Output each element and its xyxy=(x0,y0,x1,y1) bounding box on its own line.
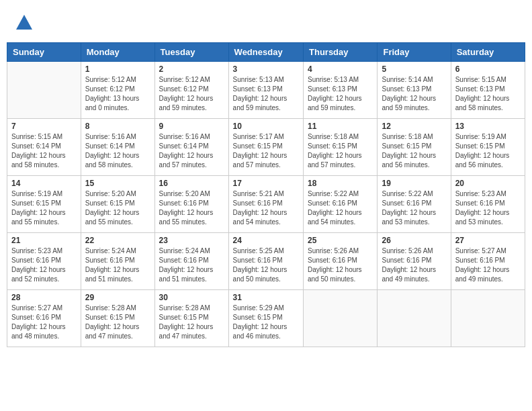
day-number: 17 xyxy=(233,179,299,188)
calendar-cell: 25Sunrise: 5:26 AM Sunset: 6:16 PM Dayli… xyxy=(304,233,378,290)
day-number: 10 xyxy=(233,122,299,131)
calendar-week-5: 28Sunrise: 5:27 AM Sunset: 6:16 PM Dayli… xyxy=(7,290,525,347)
col-header-thursday: Thursday xyxy=(304,43,378,62)
calendar-week-1: 1Sunrise: 5:12 AM Sunset: 6:12 PM Daylig… xyxy=(7,62,525,119)
day-number: 1 xyxy=(85,64,150,74)
calendar-cell: 8Sunrise: 5:16 AM Sunset: 6:14 PM Daylig… xyxy=(81,119,154,176)
day-info: Sunrise: 5:16 AM Sunset: 6:14 PM Dayligh… xyxy=(85,132,150,170)
day-number: 3 xyxy=(233,64,299,74)
day-number: 2 xyxy=(159,64,224,74)
calendar-cell: 17Sunrise: 5:21 AM Sunset: 6:16 PM Dayli… xyxy=(228,176,303,233)
day-info: Sunrise: 5:18 AM Sunset: 6:15 PM Dayligh… xyxy=(308,132,373,170)
day-number: 23 xyxy=(159,236,224,245)
calendar-cell: 11Sunrise: 5:18 AM Sunset: 6:15 PM Dayli… xyxy=(304,119,378,176)
calendar-cell: 16Sunrise: 5:20 AM Sunset: 6:16 PM Dayli… xyxy=(154,176,228,233)
day-info: Sunrise: 5:12 AM Sunset: 6:12 PM Dayligh… xyxy=(85,75,150,113)
calendar-week-4: 21Sunrise: 5:23 AM Sunset: 6:16 PM Dayli… xyxy=(7,233,525,290)
col-header-sunday: Sunday xyxy=(7,43,81,62)
calendar-cell: 10Sunrise: 5:17 AM Sunset: 6:15 PM Dayli… xyxy=(228,119,303,176)
calendar-cell: 1Sunrise: 5:12 AM Sunset: 6:12 PM Daylig… xyxy=(81,62,154,119)
day-info: Sunrise: 5:28 AM Sunset: 6:15 PM Dayligh… xyxy=(159,304,224,341)
day-number: 4 xyxy=(308,64,373,74)
calendar-cell: 18Sunrise: 5:22 AM Sunset: 6:16 PM Dayli… xyxy=(304,176,378,233)
calendar-week-3: 14Sunrise: 5:19 AM Sunset: 6:15 PM Dayli… xyxy=(7,176,525,233)
day-number: 5 xyxy=(382,64,446,74)
calendar-cell xyxy=(451,290,525,347)
calendar-cell: 29Sunrise: 5:28 AM Sunset: 6:15 PM Dayli… xyxy=(81,290,154,347)
day-number: 22 xyxy=(85,236,150,245)
day-number: 21 xyxy=(11,236,77,245)
calendar-cell: 23Sunrise: 5:24 AM Sunset: 6:16 PM Dayli… xyxy=(154,233,228,290)
day-info: Sunrise: 5:22 AM Sunset: 6:16 PM Dayligh… xyxy=(308,189,373,227)
day-number: 16 xyxy=(159,179,224,188)
calendar-cell xyxy=(7,62,81,119)
day-info: Sunrise: 5:19 AM Sunset: 6:15 PM Dayligh… xyxy=(11,189,77,227)
day-info: Sunrise: 5:20 AM Sunset: 6:16 PM Dayligh… xyxy=(159,189,224,227)
day-number: 20 xyxy=(455,179,521,188)
day-info: Sunrise: 5:12 AM Sunset: 6:12 PM Dayligh… xyxy=(159,75,224,113)
day-number: 27 xyxy=(455,236,521,245)
calendar-week-2: 7Sunrise: 5:15 AM Sunset: 6:14 PM Daylig… xyxy=(7,119,525,176)
day-info: Sunrise: 5:20 AM Sunset: 6:15 PM Dayligh… xyxy=(85,189,150,227)
col-header-tuesday: Tuesday xyxy=(154,43,228,62)
calendar-cell: 27Sunrise: 5:27 AM Sunset: 6:16 PM Dayli… xyxy=(451,233,525,290)
day-info: Sunrise: 5:27 AM Sunset: 6:16 PM Dayligh… xyxy=(455,246,521,284)
day-info: Sunrise: 5:28 AM Sunset: 6:15 PM Dayligh… xyxy=(85,304,150,341)
calendar-cell: 24Sunrise: 5:25 AM Sunset: 6:16 PM Dayli… xyxy=(228,233,303,290)
col-header-saturday: Saturday xyxy=(451,43,525,62)
day-number: 18 xyxy=(308,179,373,188)
col-header-friday: Friday xyxy=(378,43,451,62)
calendar-cell: 9Sunrise: 5:16 AM Sunset: 6:14 PM Daylig… xyxy=(154,119,228,176)
day-number: 7 xyxy=(11,122,77,131)
calendar-cell: 7Sunrise: 5:15 AM Sunset: 6:14 PM Daylig… xyxy=(7,119,81,176)
day-info: Sunrise: 5:27 AM Sunset: 6:16 PM Dayligh… xyxy=(11,304,77,341)
day-info: Sunrise: 5:13 AM Sunset: 6:13 PM Dayligh… xyxy=(233,75,299,113)
day-info: Sunrise: 5:15 AM Sunset: 6:13 PM Dayligh… xyxy=(455,75,521,113)
day-info: Sunrise: 5:26 AM Sunset: 6:16 PM Dayligh… xyxy=(308,246,373,284)
day-number: 19 xyxy=(382,179,446,188)
day-info: Sunrise: 5:21 AM Sunset: 6:16 PM Dayligh… xyxy=(233,189,299,227)
logo xyxy=(13,13,34,36)
day-info: Sunrise: 5:25 AM Sunset: 6:16 PM Dayligh… xyxy=(233,246,299,284)
calendar-cell xyxy=(378,290,451,347)
calendar-table: SundayMondayTuesdayWednesdayThursdayFrid… xyxy=(7,42,525,347)
day-info: Sunrise: 5:22 AM Sunset: 6:16 PM Dayligh… xyxy=(382,189,446,227)
page-container: SundayMondayTuesdayWednesdayThursdayFrid… xyxy=(7,7,525,347)
calendar-cell: 20Sunrise: 5:23 AM Sunset: 6:16 PM Dayli… xyxy=(451,176,525,233)
day-number: 29 xyxy=(85,293,150,302)
calendar-cell: 14Sunrise: 5:19 AM Sunset: 6:15 PM Dayli… xyxy=(7,176,81,233)
day-info: Sunrise: 5:14 AM Sunset: 6:13 PM Dayligh… xyxy=(382,75,446,113)
day-info: Sunrise: 5:16 AM Sunset: 6:14 PM Dayligh… xyxy=(159,132,224,170)
day-number: 15 xyxy=(85,179,150,188)
day-number: 26 xyxy=(382,236,446,245)
day-number: 25 xyxy=(308,236,373,245)
calendar-cell: 3Sunrise: 5:13 AM Sunset: 6:13 PM Daylig… xyxy=(228,62,303,119)
day-info: Sunrise: 5:13 AM Sunset: 6:13 PM Dayligh… xyxy=(308,75,373,113)
page-header xyxy=(7,7,525,39)
svg-marker-0 xyxy=(16,15,32,30)
calendar-cell: 4Sunrise: 5:13 AM Sunset: 6:13 PM Daylig… xyxy=(304,62,378,119)
calendar-cell: 12Sunrise: 5:18 AM Sunset: 6:15 PM Dayli… xyxy=(378,119,451,176)
calendar-cell: 31Sunrise: 5:29 AM Sunset: 6:15 PM Dayli… xyxy=(228,290,303,347)
col-header-wednesday: Wednesday xyxy=(228,43,303,62)
day-number: 14 xyxy=(11,179,77,188)
calendar-header-row: SundayMondayTuesdayWednesdayThursdayFrid… xyxy=(7,43,525,62)
day-info: Sunrise: 5:17 AM Sunset: 6:15 PM Dayligh… xyxy=(233,132,299,170)
day-info: Sunrise: 5:18 AM Sunset: 6:15 PM Dayligh… xyxy=(382,132,446,170)
day-number: 9 xyxy=(159,122,224,131)
day-info: Sunrise: 5:26 AM Sunset: 6:16 PM Dayligh… xyxy=(382,246,446,284)
day-info: Sunrise: 5:19 AM Sunset: 6:15 PM Dayligh… xyxy=(455,132,521,170)
day-info: Sunrise: 5:24 AM Sunset: 6:16 PM Dayligh… xyxy=(85,246,150,284)
calendar-cell xyxy=(304,290,378,347)
day-number: 8 xyxy=(85,122,150,131)
day-number: 30 xyxy=(159,293,224,302)
day-number: 12 xyxy=(382,122,446,131)
calendar-cell: 28Sunrise: 5:27 AM Sunset: 6:16 PM Dayli… xyxy=(7,290,81,347)
calendar-cell: 21Sunrise: 5:23 AM Sunset: 6:16 PM Dayli… xyxy=(7,233,81,290)
day-number: 6 xyxy=(455,64,521,74)
day-number: 13 xyxy=(455,122,521,131)
day-info: Sunrise: 5:24 AM Sunset: 6:16 PM Dayligh… xyxy=(159,246,224,284)
logo-icon xyxy=(15,13,34,32)
day-number: 11 xyxy=(308,122,373,131)
calendar-cell: 13Sunrise: 5:19 AM Sunset: 6:15 PM Dayli… xyxy=(451,119,525,176)
